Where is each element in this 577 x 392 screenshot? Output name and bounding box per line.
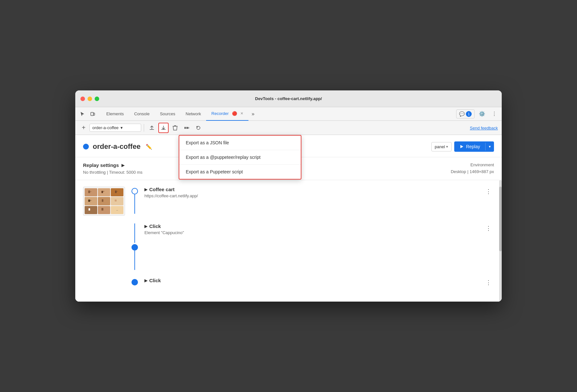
edit-recording-icon[interactable]: ✏️ <box>146 144 152 150</box>
step-content-3: ▶ Click <box>144 278 477 283</box>
delete-recording-button[interactable] <box>170 123 180 133</box>
tab-sources[interactable]: Sources <box>155 107 181 121</box>
svg-rect-8 <box>115 191 117 193</box>
svg-rect-3 <box>186 127 188 129</box>
step-line-top-2 <box>134 223 135 243</box>
replay-button[interactable]: Replay ▾ <box>454 141 494 152</box>
recording-status-dot <box>83 144 89 150</box>
step-circle-2 <box>131 244 138 251</box>
toolbar: + order-a-coffee ▾ <box>75 121 502 135</box>
chevron-down-icon: ▾ <box>121 125 123 130</box>
table-row: ... ▶ Coffee cart https://coffee-cart.ne… <box>83 187 494 216</box>
svg-rect-0 <box>91 112 93 116</box>
separator <box>144 124 144 132</box>
maximize-button[interactable] <box>95 97 99 101</box>
replay-dropdown-icon[interactable]: ▾ <box>486 142 494 151</box>
step-label-2: ▶ Click <box>144 223 477 229</box>
step-circle-1 <box>131 188 138 194</box>
svg-rect-1 <box>93 113 95 115</box>
recording-selector[interactable]: order-a-coffee ▾ <box>89 124 141 132</box>
step-content-1: ▶ Coffee cart https://coffee-cart.netlif… <box>144 187 477 198</box>
environment-value: Desktop | 1469×887 px <box>451 169 494 174</box>
step-menu-button-2[interactable]: ⋮ <box>483 223 494 233</box>
svg-rect-13 <box>101 208 103 211</box>
svg-rect-7 <box>101 191 103 193</box>
step-timeline-1 <box>131 187 138 214</box>
toolbar-right: Send feedback <box>470 125 498 131</box>
export-json-option[interactable]: Export as a JSON file <box>179 136 301 150</box>
tab-bar: Elements Console Sources Network Recorde… <box>75 107 502 121</box>
window-title: DevTools - coffee-cart.netlify.app/ <box>255 96 322 101</box>
step-timeline-3 <box>131 278 138 285</box>
steps-section: ... ▶ Coffee cart https://coffee-cart.ne… <box>75 180 502 302</box>
svg-rect-11 <box>115 200 117 201</box>
more-options-icon[interactable]: ⋮ <box>489 109 499 119</box>
step-expand-icon-3[interactable]: ▶ <box>144 278 147 283</box>
svg-rect-2 <box>184 127 186 129</box>
table-row: ▶ Click ⋮ <box>83 278 494 287</box>
export-download-button[interactable] <box>158 123 169 133</box>
table-row: ▶ Click Element "Cappucino" ⋮ <box>83 223 494 270</box>
device-icon[interactable] <box>88 109 97 119</box>
export-dropdown: Export as a JSON file Export as a @puppe… <box>179 135 301 180</box>
settings-expand-icon[interactable]: ▶ <box>121 163 124 168</box>
svg-rect-9 <box>88 200 90 202</box>
export-dropdown-panel: Export as a JSON file Export as a @puppe… <box>179 135 301 180</box>
tab-recorder-close[interactable]: ✕ <box>240 111 243 116</box>
step-expand-icon-2[interactable]: ▶ <box>144 224 147 229</box>
export-upload-button[interactable] <box>147 123 157 133</box>
tab-console[interactable]: Console <box>129 107 155 121</box>
step-menu-button-1[interactable]: ⋮ <box>483 187 494 196</box>
tab-network[interactable]: Network <box>181 107 206 121</box>
title-bar: DevTools - coffee-cart.netlify.app/ <box>75 90 502 107</box>
panel-selector[interactable]: panel ▾ <box>431 142 452 151</box>
send-feedback-link[interactable]: Send feedback <box>470 126 498 130</box>
step-label-3: ▶ Click <box>144 278 477 283</box>
svg-rect-12 <box>89 208 90 211</box>
recording-header-right: panel ▾ Replay ▾ <box>431 141 494 152</box>
tab-recorder[interactable]: Recorder 🔴 ✕ <box>206 107 248 121</box>
step-menu-button-3[interactable]: ⋮ <box>483 278 494 287</box>
recording-title: order-a-coffee <box>93 142 141 151</box>
export-replay-script-option[interactable]: Export as a @puppeteer/replay script <box>179 150 301 165</box>
svg-marker-5 <box>460 145 463 148</box>
traffic-lights <box>80 97 99 101</box>
settings-right: Environment Desktop | 1469×887 px <box>451 162 494 174</box>
scrollbar-thumb[interactable] <box>499 187 502 251</box>
step-expand-icon[interactable]: ▶ <box>144 187 147 192</box>
more-tabs-button[interactable]: » <box>248 111 258 117</box>
replay-recording-button[interactable] <box>193 123 204 133</box>
settings-icon[interactable]: ⚙️ <box>477 109 487 119</box>
panel-label: panel <box>435 144 445 149</box>
devtools-window: DevTools - coffee-cart.netlify.app/ Elem… <box>75 90 502 302</box>
tab-bar-icons <box>78 109 97 119</box>
environment-label: Environment <box>451 162 494 167</box>
minimize-button[interactable] <box>88 97 92 101</box>
tab-bar-right: 💬 1 ⚙️ ⋮ <box>456 109 499 119</box>
svg-rect-10 <box>102 199 103 202</box>
scrollbar[interactable] <box>499 180 502 302</box>
close-button[interactable] <box>80 97 85 101</box>
step-detail-2: Element "Cappucino" <box>144 230 477 235</box>
step-content-2: ▶ Click Element "Cappucino" <box>144 223 477 235</box>
step-line-1 <box>134 194 135 214</box>
add-recording-button[interactable]: + <box>79 123 88 133</box>
panel-chevron-icon: ▾ <box>446 145 448 149</box>
start-recording-button[interactable] <box>182 123 192 133</box>
step-label-1: ▶ Coffee cart <box>144 187 477 192</box>
thumbnail-grid: ... <box>83 187 125 215</box>
step-line-2 <box>134 251 135 270</box>
step-circle-3 <box>131 279 138 285</box>
replay-main[interactable]: Replay <box>454 141 485 152</box>
step-timeline-2 <box>131 223 138 270</box>
svg-rect-6 <box>88 191 90 193</box>
export-puppeteer-option[interactable]: Export as a Puppeteer script <box>179 165 301 179</box>
tab-elements[interactable]: Elements <box>101 107 129 121</box>
feedback-badge-button[interactable]: 💬 1 <box>456 109 475 119</box>
step-url: https://coffee-cart.netlify.app/ <box>144 193 477 198</box>
cursor-icon[interactable] <box>78 109 87 119</box>
feedback-count: 1 <box>466 111 472 117</box>
step-thumbnail: ... <box>83 187 125 216</box>
replay-label: Replay <box>466 144 480 149</box>
